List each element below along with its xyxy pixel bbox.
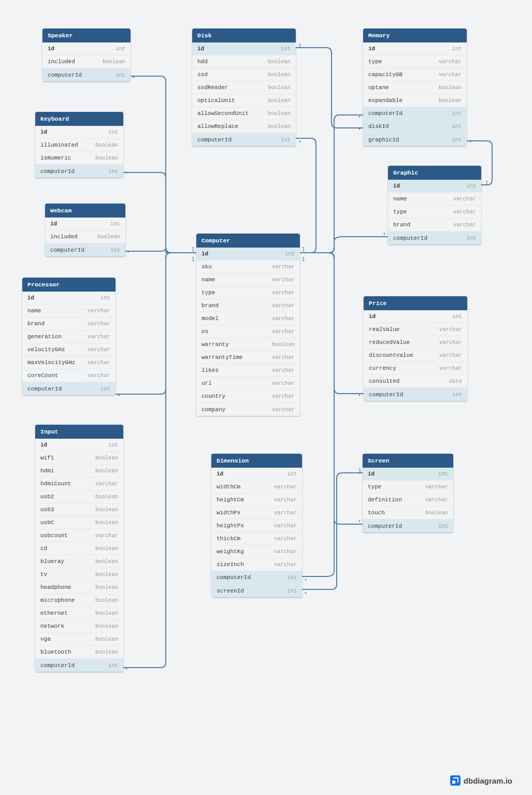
column-row[interactable]: hdmiCountvarchar [35, 478, 123, 490]
column-row[interactable]: computerIdint [42, 68, 131, 81]
column-row[interactable]: heightCmvarchar [211, 494, 302, 507]
column-row[interactable]: namevarchar [388, 193, 481, 206]
column-row[interactable]: brandvarchar [388, 219, 481, 232]
entity-computer[interactable]: Computeridintskuvarcharnamevarchartypeva… [196, 234, 300, 416]
column-row[interactable]: headphoneboolean [35, 581, 123, 594]
entity-header[interactable]: Keyboard [35, 112, 123, 126]
column-row[interactable]: computerIdint [22, 382, 116, 395]
entity-header[interactable]: Screen [363, 454, 453, 468]
column-row[interactable]: idint [35, 126, 123, 139]
column-row[interactable]: typevarchar [196, 286, 300, 299]
column-row[interactable]: discountValuevarchar [364, 349, 467, 362]
column-row[interactable]: maxVelocityGHzvarchar [22, 356, 116, 369]
column-row[interactable]: computerIdint [363, 107, 467, 120]
column-row[interactable]: osvarchar [196, 325, 300, 338]
column-row[interactable]: ethernetboolean [35, 607, 123, 620]
column-row[interactable]: idint [42, 42, 131, 55]
column-row[interactable]: includedboolean [45, 230, 125, 243]
column-row[interactable]: heightPxvarchar [211, 519, 302, 532]
column-row[interactable]: usb3boolean [35, 503, 123, 516]
entity-header[interactable]: Dimension [211, 454, 302, 468]
column-row[interactable]: brandvarchar [22, 317, 116, 330]
column-row[interactable]: modelvarchar [196, 312, 300, 325]
column-row[interactable]: opticalUnitboolean [192, 94, 296, 107]
column-row[interactable]: idint [363, 468, 453, 481]
entity-header[interactable]: Input [35, 425, 123, 439]
column-row[interactable]: hdmiboolean [35, 465, 123, 478]
entity-processor[interactable]: Processoridintnamevarcharbrandvarchargen… [22, 278, 116, 395]
column-row[interactable]: allowReplaceboolean [192, 120, 296, 133]
entity-keyboard[interactable]: KeyboardidintilluminatedbooleanisNumeric… [35, 112, 123, 178]
column-row[interactable]: weightKgvarchar [211, 545, 302, 558]
column-row[interactable]: idint [196, 248, 300, 261]
column-row[interactable]: typevarchar [363, 481, 453, 494]
column-row[interactable]: isNumericboolean [35, 152, 123, 165]
column-row[interactable]: networkboolean [35, 620, 123, 633]
column-row[interactable]: sizeInchvarchar [211, 558, 302, 571]
column-row[interactable]: likesvarchar [196, 364, 300, 377]
column-row[interactable]: usb2boolean [35, 490, 123, 503]
column-row[interactable]: idint [192, 42, 296, 55]
column-row[interactable]: generationvarchar [22, 330, 116, 343]
column-row[interactable]: widthPxvarchar [211, 507, 302, 519]
entity-header[interactable]: Memory [363, 28, 467, 42]
entity-screen[interactable]: Screenidinttypevarchardefinitionvarchart… [363, 454, 453, 532]
column-row[interactable]: companyvarchar [196, 403, 300, 416]
column-row[interactable]: computerIdint [35, 165, 123, 178]
column-row[interactable]: reducedValuevarchar [364, 336, 467, 349]
column-row[interactable]: includedboolean [42, 55, 131, 68]
column-row[interactable]: idint [211, 468, 302, 481]
entity-webcam[interactable]: WebcamidintincludedbooleancomputerIdint [45, 204, 125, 256]
column-row[interactable]: graphicIdint [363, 133, 467, 146]
column-row[interactable]: optaneboolean [363, 81, 467, 94]
column-row[interactable]: allowSecondUnitboolean [192, 107, 296, 120]
column-row[interactable]: computerIdint [192, 133, 296, 146]
column-row[interactable]: hddboolean [192, 55, 296, 68]
column-row[interactable]: velocityGHzvarchar [22, 343, 116, 356]
column-row[interactable]: consulteddate [364, 375, 467, 388]
entity-header[interactable]: Speaker [42, 28, 131, 42]
entity-header[interactable]: Computer [196, 234, 300, 248]
column-row[interactable]: coreCountvarchar [22, 369, 116, 382]
column-row[interactable]: illuminatedboolean [35, 139, 123, 152]
column-row[interactable]: capacityGBvarchar [363, 68, 467, 81]
column-row[interactable]: ssdboolean [192, 68, 296, 81]
column-row[interactable]: idint [363, 42, 467, 55]
column-row[interactable]: urlvarchar [196, 377, 300, 390]
entity-input[interactable]: InputidintwifibooleanhdmibooleanhdmiCoun… [35, 425, 123, 672]
column-row[interactable]: computerIdint [364, 388, 467, 401]
column-row[interactable]: computerIdint [45, 243, 125, 256]
column-row[interactable]: definitionvarchar [363, 494, 453, 507]
entity-dimension[interactable]: DimensionidintwidthCmvarcharheightCmvarc… [211, 454, 302, 597]
column-row[interactable]: skuvarchar [196, 261, 300, 273]
column-row[interactable]: screenIdint [211, 584, 302, 597]
entity-header[interactable]: Price [364, 296, 467, 310]
column-row[interactable]: bluetoothboolean [35, 646, 123, 659]
entity-disk[interactable]: DiskidinthddbooleanssdbooleanssdReaderbo… [192, 28, 296, 146]
column-row[interactable]: realValuevarchar [364, 323, 467, 336]
column-row[interactable]: diskIdint [363, 120, 467, 133]
column-row[interactable]: idint [45, 218, 125, 230]
column-row[interactable]: tvboolean [35, 568, 123, 581]
column-row[interactable]: idint [35, 439, 123, 452]
column-row[interactable]: wifiboolean [35, 452, 123, 465]
column-row[interactable]: typevarchar [388, 206, 481, 219]
column-row[interactable]: countryvarchar [196, 390, 300, 403]
column-row[interactable]: ssdReaderboolean [192, 81, 296, 94]
entity-memory[interactable]: MemoryidinttypevarcharcapacityGBvarcharo… [363, 28, 467, 146]
column-row[interactable]: touchboolean [363, 507, 453, 519]
column-row[interactable]: usbCboolean [35, 516, 123, 529]
column-row[interactable]: usbcountvarchar [35, 529, 123, 542]
column-row[interactable]: microphoneboolean [35, 594, 123, 607]
entity-header[interactable]: Processor [22, 278, 116, 292]
column-row[interactable]: brandvarchar [196, 299, 300, 312]
column-row[interactable]: currencyvarchar [364, 362, 467, 375]
column-row[interactable]: typevarchar [363, 55, 467, 68]
column-row[interactable]: thickCmvarchar [211, 532, 302, 545]
column-row[interactable]: bluerayboolean [35, 555, 123, 568]
column-row[interactable]: widthCmvarchar [211, 481, 302, 494]
column-row[interactable]: computerIdint [35, 659, 123, 672]
column-row[interactable]: idint [22, 292, 116, 305]
column-row[interactable]: computerIdint [211, 571, 302, 584]
column-row[interactable]: warrantyTimevarchar [196, 351, 300, 364]
